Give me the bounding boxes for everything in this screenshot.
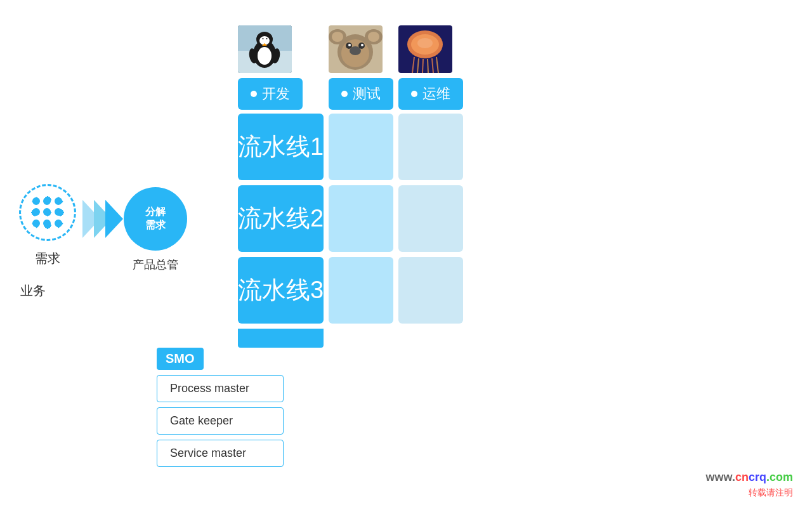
watermark-cn: cn	[735, 471, 749, 483]
test-pipeline-2	[329, 185, 393, 252]
watermark-crq: crq	[749, 471, 766, 483]
test-pipeline-3	[329, 257, 393, 324]
header-dot	[341, 91, 348, 97]
business-label: 业务	[20, 282, 46, 299]
pipeline-2-box: 流水线2	[238, 185, 324, 252]
svg-point-24	[348, 44, 351, 46]
ops-column: 运维	[398, 25, 463, 348]
dot	[55, 220, 62, 227]
penguin-animal-image	[238, 25, 292, 73]
test-label: 测试	[353, 84, 381, 103]
dot	[43, 208, 51, 216]
dot	[43, 197, 51, 205]
svg-point-10	[263, 38, 264, 39]
test-pipeline-1	[329, 114, 393, 180]
watermark: www.cncrq.com 转载请注明	[706, 469, 793, 499]
header-dot	[251, 91, 257, 97]
demand-section: 需求	[19, 184, 76, 267]
decompose-label: 分解需求	[145, 206, 166, 232]
chevron-icon	[105, 200, 123, 238]
watermark-note: 转载请注明	[706, 486, 793, 499]
smo-box: SMO	[157, 348, 204, 370]
svg-point-25	[361, 44, 363, 46]
ops-header-tab: 运维	[398, 78, 463, 110]
decompose-circle: 分解需求	[124, 187, 187, 251]
watermark-url: www.cncrq.com	[706, 469, 793, 486]
header-dot	[411, 91, 417, 97]
arrows	[82, 200, 123, 238]
svg-point-18	[332, 32, 343, 42]
pipeline-3-label: 流水线3	[238, 274, 324, 306]
pipeline-1-box: 流水线1	[238, 114, 324, 180]
koala-animal-image	[329, 25, 383, 73]
watermark-com: .com	[766, 471, 793, 483]
product-label: 产品总管	[133, 257, 178, 272]
dev-connector-bar	[238, 329, 324, 348]
dot	[32, 208, 40, 216]
ops-pipeline-1	[398, 114, 463, 180]
ops-col-top: 运维	[398, 25, 463, 110]
dev-column: 开发 流水线1 流水线2 流水线3	[238, 25, 324, 348]
svg-point-11	[266, 38, 268, 39]
dot	[55, 197, 62, 205]
dot	[43, 220, 51, 227]
dev-col-top: 开发	[238, 25, 324, 110]
dots-pattern	[29, 194, 67, 232]
test-column: 测试	[329, 25, 393, 348]
watermark-www: www.	[706, 471, 735, 483]
jellyfish-animal-image	[398, 25, 452, 73]
svg-point-35	[417, 38, 433, 48]
svg-point-19	[368, 32, 379, 42]
svg-line-31	[422, 59, 423, 73]
test-col-top: 测试	[329, 25, 393, 110]
sub-box-gate-keeper: Gate keeper	[157, 407, 284, 435]
sub-box-service-master: Service master	[157, 440, 284, 467]
dot	[55, 208, 62, 216]
pipeline-1-label: 流水线1	[238, 131, 324, 163]
dev-header-tab: 开发	[238, 78, 303, 110]
sub-box-process-master: Process master	[157, 375, 284, 402]
demand-label: 需求	[35, 250, 60, 267]
pipeline-3-box: 流水线3	[238, 257, 324, 324]
smo-section: SMO Process master Gate keeper Service m…	[157, 348, 284, 467]
ops-pipeline-2	[398, 185, 463, 252]
decompose-section: 分解需求 产品总管	[124, 187, 187, 272]
sub-boxes: Process master Gate keeper Service maste…	[157, 375, 284, 467]
ops-pipeline-3	[398, 257, 463, 324]
test-header-tab: 测试	[329, 78, 393, 110]
pipeline-2-label: 流水线2	[238, 202, 324, 235]
ops-label: 运维	[422, 84, 450, 103]
svg-line-32	[428, 59, 428, 73]
dot	[32, 220, 40, 227]
demand-circle	[19, 184, 76, 241]
dot	[32, 197, 40, 205]
columns-wrapper: 开发 流水线1 流水线2 流水线3	[238, 25, 463, 348]
svg-point-4	[258, 47, 272, 65]
dev-label: 开发	[262, 84, 290, 103]
